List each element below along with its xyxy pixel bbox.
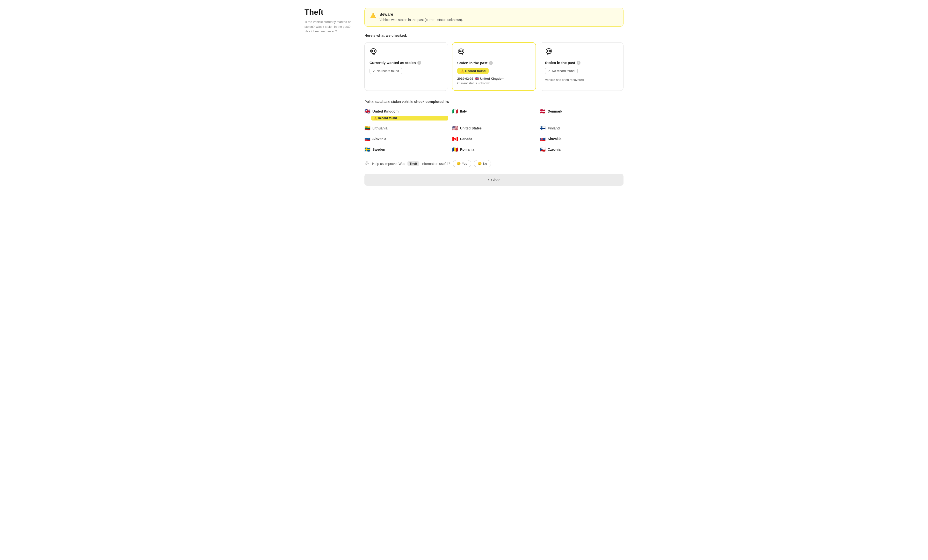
country-item: 🇷🇴Romania bbox=[452, 146, 536, 152]
country-flag: 🇬🇧 bbox=[365, 108, 371, 114]
country-name: Romania bbox=[460, 148, 475, 151]
country-record-badge: ⚠️ Record found bbox=[371, 116, 448, 120]
country-name: Slovakia bbox=[548, 137, 562, 141]
no-label: No bbox=[483, 162, 487, 166]
country-item: 🇬🇧United Kingdom⚠️ Record found bbox=[365, 108, 448, 120]
country-name: Finland bbox=[548, 126, 560, 130]
record-found-badge: ⚠️ Record found bbox=[457, 68, 488, 74]
country-item: 🇸🇪Sweden bbox=[365, 146, 448, 152]
country-name: Czechia bbox=[548, 148, 560, 151]
countries-grid: 🇬🇧United Kingdom⚠️ Record found🇮🇹Italy🇩🇰… bbox=[365, 108, 624, 152]
svg-point-2 bbox=[374, 50, 375, 52]
country-name-row: 🇨🇿Czechia bbox=[540, 146, 624, 152]
country-name-row: 🇺🇸United States bbox=[452, 125, 536, 131]
country-name: Lithuania bbox=[372, 126, 388, 130]
country-name: Italy bbox=[460, 110, 467, 113]
card-stolen-past-uk: Stolen in the past i ⚠️ Record found 201… bbox=[452, 42, 536, 91]
country-name: Canada bbox=[460, 137, 472, 141]
country-name: Slovenia bbox=[372, 137, 386, 141]
country-name-row: 🇸🇪Sweden bbox=[365, 146, 448, 152]
warning-icon: ⚠️ bbox=[370, 12, 376, 18]
beware-content: Beware Vehicle was stolen in the past (c… bbox=[379, 12, 463, 22]
no-record-badge-3: ✓ No record found bbox=[545, 68, 578, 74]
country-item: 🇨🇦Canada bbox=[452, 136, 536, 142]
page-description: Is the vehicle currently marked as stole… bbox=[305, 20, 353, 34]
country-item: 🇨🇿Czechia bbox=[540, 146, 624, 152]
svg-point-9 bbox=[366, 161, 368, 163]
happy-icon: 🙂 bbox=[457, 162, 461, 166]
country-item: 🇸🇮Slovenia bbox=[365, 136, 448, 142]
sad-icon: 😞 bbox=[478, 162, 482, 166]
feedback-tag: Theft bbox=[408, 161, 419, 166]
country-item: 🇫🇮Finland bbox=[540, 125, 624, 131]
checked-section-title: Here's what we checked: bbox=[365, 33, 624, 37]
info-icon-2[interactable]: i bbox=[489, 61, 493, 65]
svg-point-1 bbox=[371, 50, 373, 52]
page-title: Theft bbox=[305, 8, 353, 17]
country-flag: 🇱🇹 bbox=[365, 125, 371, 131]
country-flag: 🇮🇹 bbox=[452, 108, 458, 114]
person-icon bbox=[365, 160, 370, 167]
svg-point-8 bbox=[549, 50, 551, 52]
beware-message: Vehicle was stolen in the past (current … bbox=[379, 18, 463, 22]
country-flag: 🇨🇦 bbox=[452, 136, 458, 142]
country-name: Denmark bbox=[548, 110, 562, 113]
country-name: United States bbox=[460, 126, 482, 130]
card-recovered-text: Vehicle has been recovered bbox=[545, 78, 618, 82]
card-3-title: Stolen in the past i bbox=[545, 61, 618, 65]
police-section-title: Police database stolen vehicle check com… bbox=[365, 99, 624, 103]
beware-title: Beware bbox=[379, 12, 463, 17]
country-name: Sweden bbox=[372, 148, 385, 151]
close-label: Close bbox=[491, 178, 501, 182]
feedback-no-button[interactable]: 😞 No bbox=[474, 160, 491, 167]
card-1-title: Currently wanted as stolen i bbox=[369, 61, 443, 65]
card-detail-date: 2019-02-02 🇬🇧 United Kingdom bbox=[457, 77, 531, 81]
country-name-row: 🇩🇰Denmark bbox=[540, 108, 624, 114]
card-stolen-past-recovered: Stolen in the past i ✓ No record found V… bbox=[540, 42, 624, 91]
svg-point-4 bbox=[459, 50, 461, 52]
skull-icon-3 bbox=[545, 48, 618, 57]
country-flag: 🇸🇰 bbox=[540, 136, 546, 142]
country-flag: 🇫🇮 bbox=[540, 125, 546, 131]
country-name-row: 🇸🇰Slovakia bbox=[540, 136, 624, 142]
country-name-row: 🇫🇮Finland bbox=[540, 125, 624, 131]
yes-label: Yes bbox=[462, 162, 467, 166]
country-name-row: 🇮🇹Italy bbox=[452, 108, 536, 114]
close-button[interactable]: ↑ Close bbox=[365, 174, 624, 186]
country-item: 🇺🇸United States bbox=[452, 125, 536, 131]
svg-point-5 bbox=[462, 50, 463, 52]
left-panel: Theft Is the vehicle currently marked as… bbox=[305, 8, 353, 186]
card-2-title: Stolen in the past i bbox=[457, 61, 531, 65]
feedback-prefix: Help us improve! Was bbox=[372, 162, 405, 166]
country-flag: 🇺🇸 bbox=[452, 125, 458, 131]
no-record-badge-1: ✓ No record found bbox=[369, 68, 402, 74]
skull-icon-2 bbox=[457, 48, 531, 58]
country-flag: 🇸🇪 bbox=[365, 146, 371, 152]
card-currently-wanted: Currently wanted as stolen i ✓ No record… bbox=[365, 42, 448, 91]
country-flag: 🇩🇰 bbox=[540, 108, 546, 114]
country-flag: 🇸🇮 bbox=[365, 136, 371, 142]
info-icon-1[interactable]: i bbox=[417, 61, 421, 65]
country-name-row: 🇷🇴Romania bbox=[452, 146, 536, 152]
feedback-row: Help us improve! Was Theft information u… bbox=[365, 160, 624, 167]
info-icon-3[interactable]: i bbox=[577, 61, 580, 65]
country-item: 🇮🇹Italy bbox=[452, 108, 536, 120]
feedback-yes-button[interactable]: 🙂 Yes bbox=[453, 160, 471, 167]
country-item: 🇸🇰Slovakia bbox=[540, 136, 624, 142]
country-name-row: 🇱🇹Lithuania bbox=[365, 125, 448, 131]
arrow-up-icon: ↑ bbox=[487, 178, 489, 182]
cards-row: Currently wanted as stolen i ✓ No record… bbox=[365, 42, 624, 91]
country-name-row: 🇨🇦Canada bbox=[452, 136, 536, 142]
country-name-row: 🇸🇮Slovenia bbox=[365, 136, 448, 142]
country-flag: 🇨🇿 bbox=[540, 146, 546, 152]
country-name-row: 🇬🇧United Kingdom bbox=[365, 108, 448, 114]
country-item: 🇱🇹Lithuania bbox=[365, 125, 448, 131]
country-name: United Kingdom bbox=[372, 110, 398, 113]
right-panel: ⚠️ Beware Vehicle was stolen in the past… bbox=[365, 8, 624, 186]
feedback-suffix: information useful? bbox=[421, 162, 450, 166]
skull-icon-1 bbox=[369, 48, 443, 57]
svg-point-7 bbox=[547, 50, 549, 52]
beware-banner: ⚠️ Beware Vehicle was stolen in the past… bbox=[365, 8, 624, 27]
country-flag: 🇷🇴 bbox=[452, 146, 458, 152]
country-item: 🇩🇰Denmark bbox=[540, 108, 624, 120]
